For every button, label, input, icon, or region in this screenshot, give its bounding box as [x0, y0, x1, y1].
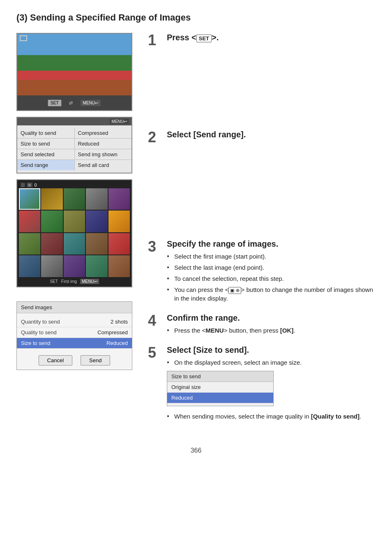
- camera-screenshot-2: MENU↩ Quality to send Compressed Size to…: [16, 117, 132, 174]
- thumb-4: [86, 188, 107, 210]
- step-3: 3 Specify the range of images. Select th…: [148, 239, 376, 305]
- cam-bottom-bar-1: SET ⇄ MENU↩: [17, 95, 131, 110]
- menu-cell-size-value: Reduced: [75, 139, 132, 149]
- step-2-number: 2: [148, 130, 163, 145]
- camera-screenshot-3: □ ⊞ 0: [16, 179, 132, 287]
- set-badge: SET: [196, 35, 212, 42]
- step-4-bullets: Press the <MENU> button, then press [OK]…: [167, 326, 376, 335]
- step-4: 4 Confirm the range. Press the <MENU> bu…: [148, 313, 376, 337]
- bullet-3-2: Select the last image (end point).: [167, 263, 376, 272]
- thumb-6: [19, 211, 40, 232]
- quantity-value: 2 shots: [111, 319, 128, 325]
- step-5-number: 5: [148, 345, 163, 360]
- step-5-title: Select [Size to send].: [167, 345, 376, 355]
- thumb-13: [64, 233, 85, 255]
- step-3-title: Specify the range of images.: [167, 239, 376, 249]
- thumb-16: [19, 255, 40, 277]
- left-column: SET ⇄ MENU↩ MENU↩ Quality to send Compre…: [16, 33, 140, 435]
- bullet-3-4: You can press the <▣·⊕> button to change…: [167, 285, 376, 303]
- small-icon: □: [21, 183, 25, 187]
- step-2-content: Select [Send range].: [167, 130, 376, 143]
- thumbnail-grid: [19, 188, 130, 277]
- menu-row-1: Quality to send Compressed: [17, 128, 131, 139]
- step-1: 1 Press <SET>.: [148, 33, 376, 48]
- transfer-icon: ⇄: [69, 100, 73, 106]
- thumb-15: [108, 233, 130, 255]
- step-4-content: Confirm the range. Press the <MENU> butt…: [167, 313, 376, 337]
- thumb-20: [108, 255, 130, 277]
- thumb-14: [86, 233, 107, 255]
- quantity-label: Quantity to send: [21, 319, 111, 325]
- step-3-number: 3: [148, 239, 163, 254]
- menu-cell-quality-value: Compressed: [75, 128, 132, 138]
- camera-screenshot-1: SET ⇄ MENU↩: [16, 33, 132, 111]
- reduced-option[interactable]: Reduced: [167, 393, 273, 403]
- size-value: Reduced: [106, 340, 128, 346]
- menu-cell-size-label: Size to send: [17, 139, 75, 149]
- spacer: [16, 293, 140, 301]
- size-row[interactable]: Size to send Reduced: [17, 338, 132, 349]
- menu-top-bar: MENU↩: [17, 118, 131, 125]
- menu-row-4[interactable]: Send range Send all card: [17, 160, 131, 170]
- size-dialog-footer: [167, 403, 273, 406]
- ok-text: [OK]: [280, 327, 294, 334]
- send-button[interactable]: Send: [81, 355, 110, 366]
- thumb-3: [64, 188, 85, 210]
- thumb-5: [108, 188, 130, 210]
- size-to-send-dialog: Size to send Original size Reduced: [167, 371, 274, 406]
- menu-button-1[interactable]: MENU↩: [80, 99, 101, 106]
- quality-value: Compressed: [97, 329, 128, 336]
- thumb-17: [41, 255, 62, 277]
- grid-top-bar: □ ⊞ 0: [19, 182, 130, 188]
- thumb-1: [19, 188, 40, 210]
- menu-cell-quality-label: Quality to send: [17, 128, 75, 138]
- menu-text: MENU: [205, 327, 224, 334]
- page-title: (3) Sending a Specified Range of Images: [16, 12, 376, 23]
- grid-icon: ⊞: [27, 183, 32, 187]
- size-dialog-header: Size to send: [167, 371, 273, 382]
- key-combo-icon: ▣·⊕: [228, 287, 241, 294]
- size-label: Size to send: [21, 340, 106, 346]
- thumb-10: [108, 211, 130, 232]
- menu-cell-send-all-card[interactable]: Send all card: [75, 160, 132, 170]
- menu-rows: Quality to send Compressed Size to send …: [17, 125, 131, 173]
- set-label-grid: SET: [50, 279, 58, 284]
- menu-label-grid: MENU↩: [80, 279, 99, 284]
- menu-cell-send-range[interactable]: Send range: [17, 160, 75, 170]
- bullet-5-2: When sending movies, select the image qu…: [167, 412, 376, 421]
- menu-cell-send-img-shown[interactable]: Send img shown: [75, 149, 132, 160]
- dialog-header: Send images: [17, 302, 132, 313]
- thumb-12: [41, 233, 62, 255]
- step-3-content: Specify the range of images. Select the …: [167, 239, 376, 305]
- menu-row-3[interactable]: Send selected Send img shown: [17, 149, 131, 160]
- step-5-content: Select [Size to send]. On the displayed …: [167, 345, 376, 423]
- step-3-bullets: Select the first image (start point). Se…: [167, 252, 376, 303]
- dialog-buttons: Cancel Send: [17, 351, 132, 370]
- right-column: 1 Press <SET>. 2 Select [Send range]. 3 …: [148, 33, 376, 435]
- landscape-photo: [17, 34, 131, 95]
- grid-count: 0: [34, 183, 37, 187]
- quality-label: Quality to send: [21, 329, 97, 336]
- quantity-row: Quantity to send 2 shots: [17, 317, 132, 327]
- thumb-2: [41, 188, 62, 210]
- step-5-bullets-before: On the displayed screen, select an image…: [167, 358, 376, 367]
- thumb-18: [64, 255, 85, 277]
- step-5: 5 Select [Size to send]. On the displaye…: [148, 345, 376, 423]
- quality-row: Quality to send Compressed: [17, 327, 132, 338]
- cancel-button[interactable]: Cancel: [39, 355, 72, 366]
- menu-cell-send-selected[interactable]: Send selected: [17, 149, 75, 160]
- set-button-1[interactable]: SET: [48, 99, 61, 106]
- camera-icon: [20, 35, 27, 41]
- thumb-11: [19, 233, 40, 255]
- thumb-9: [86, 211, 107, 232]
- dialog-spacer: [17, 313, 132, 317]
- original-size-option[interactable]: Original size: [167, 382, 273, 393]
- step-2: 2 Select [Send range].: [148, 130, 376, 145]
- thumb-7: [41, 211, 62, 232]
- thumb-8: [64, 211, 85, 232]
- page-number: 366: [16, 447, 376, 454]
- menu-icon-label: MENU↩: [110, 119, 129, 124]
- thumb-19: [86, 255, 107, 277]
- step-1-title: Press <SET>.: [167, 33, 376, 42]
- bullet-4-1: Press the <MENU> button, then press [OK]…: [167, 326, 376, 335]
